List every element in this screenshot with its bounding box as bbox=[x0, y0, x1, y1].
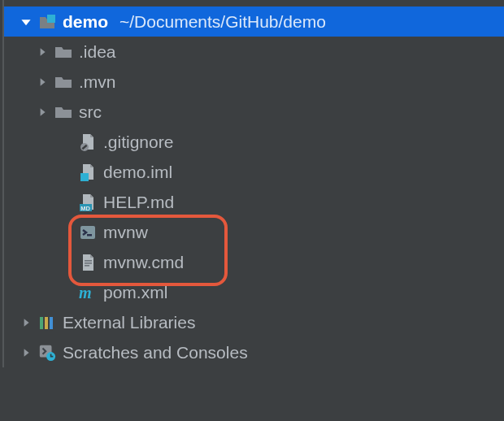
svg-rect-5 bbox=[80, 173, 89, 181]
svg-marker-6 bbox=[90, 194, 93, 197]
svg-rect-17 bbox=[45, 317, 48, 329]
folder-icon bbox=[54, 103, 72, 121]
tree-item-demo[interactable]: demo ~/Documents/GitHub/demo bbox=[4, 7, 504, 37]
tree-item-src[interactable]: src bbox=[4, 97, 504, 127]
ignored-file-icon bbox=[79, 133, 97, 151]
markdown-file-icon: MD bbox=[79, 193, 97, 211]
tree-item-label: .gitignore bbox=[103, 132, 173, 152]
folder-icon bbox=[54, 73, 72, 91]
tree-item-external-libraries[interactable]: External Libraries bbox=[4, 307, 504, 337]
svg-rect-16 bbox=[40, 317, 43, 329]
tree-item-idea[interactable]: .idea bbox=[4, 37, 504, 67]
tree-item-label: pom.xml bbox=[103, 283, 167, 302]
tree-item-label: .idea bbox=[79, 42, 116, 62]
svg-marker-1 bbox=[90, 134, 93, 137]
tree-item-label: demo.iml bbox=[103, 163, 172, 182]
shell-script-icon bbox=[79, 224, 97, 241]
module-folder-icon bbox=[38, 13, 56, 31]
tree-item-label: .mvn bbox=[79, 72, 116, 92]
tree-item-mvn[interactable]: .mvn bbox=[4, 67, 504, 97]
library-icon bbox=[38, 314, 56, 332]
tree-item-path: ~/Documents/GitHub/demo bbox=[119, 12, 326, 32]
tree-item-help-md[interactable]: MD HELP.md bbox=[4, 187, 504, 217]
svg-rect-12 bbox=[85, 260, 92, 262]
tree-item-label: demo bbox=[63, 12, 108, 32]
text-file-icon bbox=[79, 254, 97, 271]
svg-text:m: m bbox=[79, 284, 92, 302]
chevron-right-icon[interactable] bbox=[30, 76, 54, 88]
svg-rect-13 bbox=[85, 263, 92, 264]
svg-rect-18 bbox=[50, 317, 53, 329]
project-tree[interactable]: demo ~/Documents/GitHub/demo .idea .mvn … bbox=[2, 0, 504, 367]
tree-item-scratches[interactable]: Scratches and Consoles bbox=[4, 337, 504, 367]
tree-item-label: Scratches and Consoles bbox=[63, 343, 248, 362]
tree-item-label: HELP.md bbox=[103, 193, 174, 212]
svg-rect-0 bbox=[47, 15, 55, 23]
scratches-icon bbox=[38, 344, 56, 362]
tree-item-mvnw[interactable]: mvnw bbox=[4, 217, 504, 247]
tree-item-label: External Libraries bbox=[63, 313, 195, 332]
chevron-right-icon[interactable] bbox=[14, 317, 38, 328]
chevron-right-icon[interactable] bbox=[30, 106, 54, 118]
maven-file-icon: m bbox=[79, 284, 97, 302]
chevron-right-icon[interactable] bbox=[30, 46, 54, 58]
tree-item-label: mvnw bbox=[103, 223, 148, 242]
chevron-down-icon[interactable] bbox=[14, 16, 38, 28]
module-file-icon bbox=[79, 163, 97, 181]
svg-marker-4 bbox=[90, 164, 93, 167]
svg-text:MD: MD bbox=[80, 204, 90, 211]
svg-rect-10 bbox=[87, 234, 92, 237]
svg-marker-11 bbox=[90, 254, 93, 258]
chevron-right-icon[interactable] bbox=[14, 347, 38, 358]
tree-item-pom[interactable]: m pom.xml bbox=[4, 277, 504, 307]
svg-rect-14 bbox=[85, 265, 89, 267]
tree-item-gitignore[interactable]: .gitignore bbox=[4, 127, 504, 157]
tree-item-label: src bbox=[79, 102, 102, 122]
tree-item-mvnw-cmd[interactable]: mvnw.cmd bbox=[4, 247, 504, 277]
tree-item-iml[interactable]: demo.iml bbox=[4, 157, 504, 187]
tree-item-label: mvnw.cmd bbox=[103, 253, 184, 272]
folder-icon bbox=[54, 43, 72, 61]
